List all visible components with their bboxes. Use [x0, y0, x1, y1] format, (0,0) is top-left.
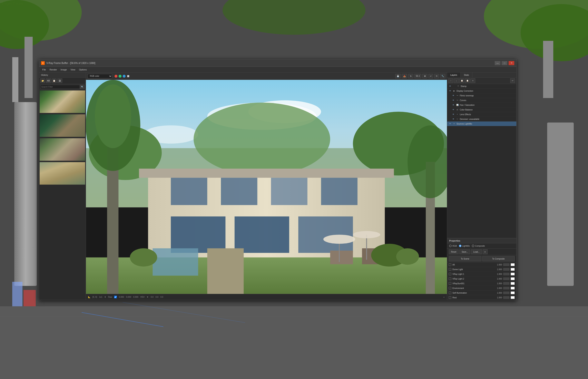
light-slider-vl1[interactable]: [503, 273, 510, 275]
layer-down-btn[interactable]: ↓: [454, 79, 459, 83]
light-slider-rest[interactable]: [503, 296, 510, 299]
settings-btn[interactable]: 🔧: [440, 74, 445, 79]
light-check-all[interactable]: ✓: [449, 263, 451, 266]
layer-vis-hue[interactable]: 👁: [452, 103, 455, 107]
layer-vis-stamp[interactable]: 👁: [448, 85, 452, 88]
layer-item-display-correction[interactable]: 👁 ▶ Display Correction: [447, 89, 516, 93]
light-slider-sun[interactable]: [503, 282, 510, 285]
light-color-rest[interactable]: [511, 296, 515, 299]
layer-up-btn[interactable]: ↑: [448, 79, 453, 83]
load-button[interactable]: Load...: [471, 249, 482, 254]
light-check-si[interactable]: ✓: [449, 292, 451, 294]
layer-vis-curves[interactable]: 👁: [452, 99, 455, 102]
history-item-4[interactable]: [39, 161, 86, 185]
zoom-label-btn[interactable]: 50 J: [415, 74, 421, 79]
reset-button[interactable]: Reset: [449, 249, 459, 254]
save-render-btn[interactable]: 💾: [395, 74, 401, 79]
statusbar-expand[interactable]: ⟛: [443, 296, 445, 298]
history-item-1[interactable]: [39, 90, 86, 114]
layer-copy-btn[interactable]: 📋: [459, 79, 464, 83]
radio-rgb[interactable]: RGB: [449, 245, 457, 247]
search-button[interactable]: 🔍: [80, 85, 85, 89]
menu-options[interactable]: Options: [77, 68, 88, 71]
layer-vis-cb[interactable]: 👁: [452, 108, 455, 111]
radio-label-composite: Composite: [475, 245, 485, 247]
light-check-vl1[interactable]: ✓: [449, 273, 451, 275]
blue-channel-dot[interactable]: [123, 75, 125, 78]
white-channel-dot[interactable]: [126, 74, 130, 78]
layer-list-btn[interactable]: ≡: [470, 79, 475, 83]
light-color-si[interactable]: [511, 291, 515, 294]
light-slider-si[interactable]: [503, 292, 510, 294]
light-check-vl2[interactable]: ✓: [449, 278, 451, 280]
window-controls[interactable]: — □ ✕: [495, 61, 514, 65]
green-channel-dot[interactable]: [119, 75, 122, 78]
light-color-all[interactable]: [511, 263, 515, 266]
thumbnail-image-1: [40, 91, 85, 113]
layer-item-filmic[interactable]: 👁 〜 Filmic tonemap: [450, 93, 516, 98]
layer-item-hue-sat[interactable]: 👁 📊 Hue / Saturation: [450, 103, 516, 107]
menu-render[interactable]: Render: [48, 68, 59, 71]
to-composite-button[interactable]: To Composite: [482, 256, 515, 261]
layer-item-curves[interactable]: 👁 〜 Curves: [450, 98, 516, 103]
history-view-btn[interactable]: 🖼: [57, 79, 62, 83]
layer-item-lightmix[interactable]: 👁 ☀ Sources LightMix: [447, 122, 516, 126]
redo-btn[interactable]: ⟲: [434, 74, 439, 79]
layer-vis-denoiser[interactable]: 👁: [452, 117, 455, 121]
layer-icon-filmic: 〜: [456, 94, 459, 97]
search-input[interactable]: [40, 85, 80, 89]
layer-vis-lm[interactable]: 👁: [448, 122, 452, 125]
layer-vis-filmic[interactable]: 👁: [452, 94, 455, 97]
tab-stats[interactable]: Stats: [461, 73, 472, 77]
light-color-dome[interactable]: [511, 268, 515, 271]
tab-layers[interactable]: Layers: [447, 73, 461, 77]
layer-undo-btn[interactable]: ↩: [510, 79, 515, 83]
layer-vis-dc[interactable]: 👁: [448, 89, 452, 93]
layer-paste-btn[interactable]: 📋: [465, 79, 470, 83]
light-check-sun[interactable]: ✓: [449, 282, 451, 285]
light-color-env[interactable]: [511, 287, 515, 290]
history-item-3[interactable]: [39, 138, 86, 161]
history-open-btn[interactable]: 📁: [40, 79, 45, 83]
undo-btn[interactable]: ↩: [429, 74, 433, 79]
save-button[interactable]: Save...: [459, 249, 470, 254]
layer-item-lens[interactable]: 👁 + Lens Effects: [450, 112, 516, 117]
thumbnail-image-4: [40, 162, 85, 185]
maximize-button[interactable]: □: [502, 61, 507, 65]
light-color-vl1[interactable]: [511, 273, 515, 275]
light-slider-dome[interactable]: [503, 268, 510, 270]
history-ab-btn[interactable]: AB: [46, 79, 51, 83]
layer-item-color-balance[interactable]: 👁 ⚖ Color Balance: [450, 107, 516, 112]
menu-file[interactable]: File: [41, 68, 47, 71]
radio-composite[interactable]: Composite: [472, 245, 485, 247]
menu-image[interactable]: Image: [59, 68, 69, 71]
red-channel-dot[interactable]: [115, 75, 117, 78]
more-options-button[interactable]: ≡: [483, 249, 488, 254]
light-slider-env[interactable]: [503, 287, 510, 289]
render-statusbar: 📐 [0, 6] 1x1 ⬆ Raw 0.000 0.000 0.000 HSV…: [86, 294, 447, 300]
close-button[interactable]: ✕: [509, 61, 514, 65]
history-thumb-4: [40, 162, 85, 185]
channel-select[interactable]: RGB color Alpha Diffuse: [88, 74, 112, 79]
light-check-env[interactable]: ✓: [449, 287, 451, 289]
fullscreen-btn[interactable]: 🖥: [422, 74, 427, 79]
cursor-btn[interactable]: 🖱: [408, 74, 413, 79]
light-color-vl2[interactable]: [511, 277, 515, 280]
light-slider-all[interactable]: [503, 263, 510, 266]
statusbar-raw-check[interactable]: [114, 296, 117, 298]
light-check-dome[interactable]: ✓: [449, 268, 451, 270]
minimize-button[interactable]: —: [495, 61, 500, 65]
history-item-2[interactable]: [39, 114, 86, 138]
svg-rect-18: [23, 290, 36, 306]
light-color-sun[interactable]: [511, 282, 515, 285]
radio-lightmix[interactable]: LightMix: [459, 245, 470, 247]
menu-view[interactable]: View: [69, 68, 77, 71]
export-render-btn[interactable]: 📤: [402, 74, 407, 79]
light-slider-vl2[interactable]: [503, 278, 510, 280]
to-scene-button[interactable]: To Scene: [449, 256, 481, 261]
layer-item-stamp[interactable]: 👁 T Stamp: [447, 84, 516, 89]
layer-vis-lens[interactable]: 👁: [452, 113, 455, 116]
history-copy-btn[interactable]: 📋: [52, 79, 57, 83]
layer-item-denoiser[interactable]: 👁 □ Denoiser: unavailable: [450, 117, 516, 122]
light-check-rest[interactable]: ✓: [449, 296, 451, 299]
